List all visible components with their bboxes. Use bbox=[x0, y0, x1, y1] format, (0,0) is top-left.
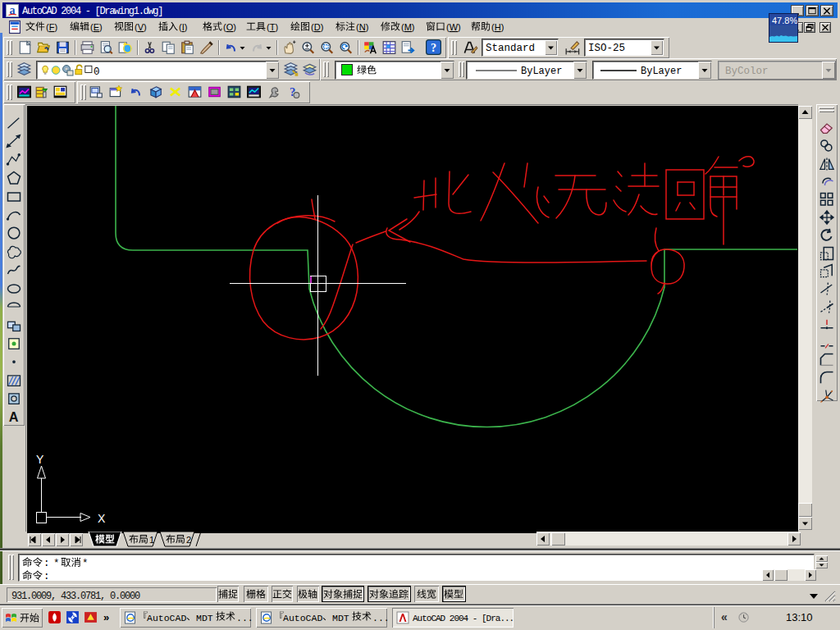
svg-text:(I): (I) bbox=[179, 22, 187, 32]
svg-text:(O): (O) bbox=[223, 22, 236, 32]
svg-text:(V): (V) bbox=[135, 22, 147, 32]
svg-text:(D): (D) bbox=[311, 22, 323, 32]
svg-text:?: ? bbox=[431, 41, 436, 54]
svg-text:(H): (H) bbox=[491, 22, 504, 32]
svg-text:A: A bbox=[9, 410, 19, 425]
svg-text:(E): (E) bbox=[90, 22, 103, 32]
svg-text:X: X bbox=[98, 512, 106, 525]
svg-text:(M): (M) bbox=[401, 22, 415, 32]
svg-text:Y: Y bbox=[36, 453, 44, 466]
svg-text:(N): (N) bbox=[356, 22, 368, 32]
svg-text:(T): (T) bbox=[267, 22, 278, 32]
svg-text:(F): (F) bbox=[46, 22, 57, 32]
svg-text:(W): (W) bbox=[446, 22, 461, 32]
